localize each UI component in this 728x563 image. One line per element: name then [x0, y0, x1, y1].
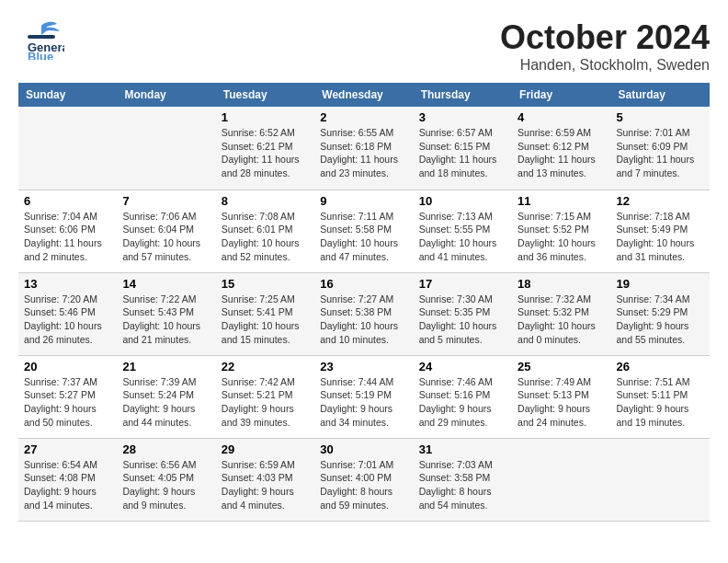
day-number: 16 — [320, 277, 407, 291]
cell-details: Sunrise: 7:01 AMSunset: 6:09 PMDaylight:… — [617, 127, 695, 178]
header-row: Sunday Monday Tuesday Wednesday Thursday… — [18, 83, 710, 107]
week-row-2: 6Sunrise: 7:04 AMSunset: 6:06 PMDaylight… — [18, 190, 710, 272]
col-wednesday: Wednesday — [314, 83, 413, 107]
day-number: 11 — [518, 194, 605, 208]
cell-details: Sunrise: 7:27 AMSunset: 5:38 PMDaylight:… — [320, 293, 398, 345]
cell-2-5: 10Sunrise: 7:13 AMSunset: 5:55 PMDayligh… — [414, 190, 512, 272]
day-number: 17 — [419, 277, 506, 291]
day-number: 12 — [617, 194, 704, 208]
cell-5-1: 27Sunrise: 6:54 AMSunset: 4:08 PMDayligh… — [18, 438, 117, 521]
day-number: 13 — [24, 277, 111, 291]
cell-details: Sunrise: 7:49 AMSunset: 5:13 PMDaylight:… — [518, 376, 591, 428]
cell-details: Sunrise: 7:51 AMSunset: 5:11 PMDaylight:… — [617, 376, 690, 428]
cell-1-4: 2Sunrise: 6:55 AMSunset: 6:18 PMDaylight… — [314, 107, 413, 190]
cell-5-4: 30Sunrise: 7:01 AMSunset: 4:00 PMDayligh… — [314, 438, 413, 521]
col-saturday: Saturday — [611, 83, 710, 107]
cell-3-3: 15Sunrise: 7:25 AMSunset: 5:41 PMDayligh… — [216, 272, 314, 355]
cell-4-2: 21Sunrise: 7:39 AMSunset: 5:24 PMDayligh… — [117, 355, 215, 438]
day-number: 19 — [617, 277, 704, 291]
col-sunday: Sunday — [18, 83, 117, 107]
cell-details: Sunrise: 7:15 AMSunset: 5:52 PMDaylight:… — [518, 211, 596, 262]
cell-details: Sunrise: 7:20 AMSunset: 5:46 PMDaylight:… — [24, 293, 102, 345]
cell-1-3: 1Sunrise: 6:52 AMSunset: 6:21 PMDaylight… — [216, 107, 314, 190]
svg-text:Blue: Blue — [28, 50, 53, 60]
calendar-table: Sunday Monday Tuesday Wednesday Thursday… — [18, 83, 710, 522]
cell-4-6: 25Sunrise: 7:49 AMSunset: 5:13 PMDayligh… — [512, 355, 610, 438]
day-number: 9 — [320, 194, 407, 208]
day-number: 18 — [518, 277, 605, 291]
cell-1-1 — [18, 107, 117, 190]
cell-5-2: 28Sunrise: 6:56 AMSunset: 4:05 PMDayligh… — [117, 438, 215, 521]
cell-1-7: 5Sunrise: 7:01 AMSunset: 6:09 PMDaylight… — [611, 107, 710, 190]
day-number: 3 — [419, 110, 506, 124]
cell-4-5: 24Sunrise: 7:46 AMSunset: 5:16 PMDayligh… — [414, 355, 512, 438]
day-number: 5 — [617, 110, 704, 124]
cell-2-6: 11Sunrise: 7:15 AMSunset: 5:52 PMDayligh… — [512, 190, 610, 272]
week-row-4: 20Sunrise: 7:37 AMSunset: 5:27 PMDayligh… — [18, 355, 710, 438]
cell-details: Sunrise: 6:59 AMSunset: 4:03 PMDaylight:… — [222, 459, 295, 511]
day-number: 31 — [419, 442, 506, 456]
day-number: 25 — [518, 360, 605, 373]
title-area: October 2024 Handen, Stockholm, Sweden — [500, 18, 710, 74]
cell-1-5: 3Sunrise: 6:57 AMSunset: 6:15 PMDaylight… — [414, 107, 512, 190]
cell-1-6: 4Sunrise: 6:59 AMSunset: 6:12 PMDaylight… — [512, 107, 610, 190]
col-friday: Friday — [512, 83, 610, 107]
cell-details: Sunrise: 7:42 AMSunset: 5:21 PMDaylight:… — [222, 376, 295, 428]
col-monday: Monday — [117, 83, 215, 107]
day-number: 21 — [122, 360, 210, 373]
day-number: 28 — [122, 442, 210, 456]
day-number: 29 — [222, 442, 309, 456]
week-row-1: 1Sunrise: 6:52 AMSunset: 6:21 PMDaylight… — [18, 107, 710, 190]
cell-details: Sunrise: 7:11 AMSunset: 5:58 PMDaylight:… — [320, 211, 398, 262]
cell-details: Sunrise: 7:18 AMSunset: 5:49 PMDaylight:… — [617, 211, 695, 262]
cell-details: Sunrise: 7:01 AMSunset: 4:00 PMDaylight:… — [320, 459, 393, 511]
cell-4-4: 23Sunrise: 7:44 AMSunset: 5:19 PMDayligh… — [314, 355, 413, 438]
day-number: 7 — [122, 194, 210, 208]
cell-details: Sunrise: 6:59 AMSunset: 6:12 PMDaylight:… — [518, 127, 596, 178]
cell-3-6: 18Sunrise: 7:32 AMSunset: 5:32 PMDayligh… — [512, 272, 610, 355]
cell-details: Sunrise: 7:39 AMSunset: 5:24 PMDaylight:… — [122, 376, 196, 428]
cell-4-3: 22Sunrise: 7:42 AMSunset: 5:21 PMDayligh… — [216, 355, 314, 438]
svg-rect-0 — [28, 35, 55, 39]
logo: General Blue — [18, 18, 64, 63]
col-thursday: Thursday — [414, 83, 512, 107]
cell-details: Sunrise: 6:54 AMSunset: 4:08 PMDaylight:… — [24, 459, 97, 511]
cell-details: Sunrise: 6:57 AMSunset: 6:15 PMDaylight:… — [419, 127, 497, 178]
cell-3-5: 17Sunrise: 7:30 AMSunset: 5:35 PMDayligh… — [414, 272, 512, 355]
cell-details: Sunrise: 7:34 AMSunset: 5:29 PMDaylight:… — [617, 293, 690, 345]
day-number: 26 — [617, 360, 704, 373]
cell-2-4: 9Sunrise: 7:11 AMSunset: 5:58 PMDaylight… — [314, 190, 413, 272]
cell-details: Sunrise: 7:30 AMSunset: 5:35 PMDaylight:… — [419, 293, 497, 345]
cell-5-5: 31Sunrise: 7:03 AMSunset: 3:58 PMDayligh… — [414, 438, 512, 521]
cell-2-1: 6Sunrise: 7:04 AMSunset: 6:06 PMDaylight… — [18, 190, 117, 272]
day-number: 1 — [222, 110, 309, 124]
cell-1-2 — [117, 107, 215, 190]
day-number: 6 — [24, 194, 111, 208]
cell-details: Sunrise: 6:52 AMSunset: 6:21 PMDaylight:… — [222, 127, 300, 178]
month-title: October 2024 — [500, 18, 710, 57]
day-number: 30 — [320, 442, 407, 456]
cell-3-7: 19Sunrise: 7:34 AMSunset: 5:29 PMDayligh… — [611, 272, 710, 355]
cell-details: Sunrise: 6:56 AMSunset: 4:05 PMDaylight:… — [122, 459, 196, 511]
day-number: 2 — [320, 110, 407, 124]
page-header: General Blue October 2024 Handen, Stockh… — [18, 18, 710, 74]
cell-5-3: 29Sunrise: 6:59 AMSunset: 4:03 PMDayligh… — [216, 438, 314, 521]
cell-details: Sunrise: 7:08 AMSunset: 6:01 PMDaylight:… — [222, 211, 300, 262]
day-number: 24 — [419, 360, 506, 373]
cell-details: Sunrise: 7:13 AMSunset: 5:55 PMDaylight:… — [419, 211, 497, 262]
day-number: 10 — [419, 194, 506, 208]
cell-details: Sunrise: 7:46 AMSunset: 5:16 PMDaylight:… — [419, 376, 493, 428]
cell-details: Sunrise: 7:04 AMSunset: 6:06 PMDaylight:… — [24, 211, 102, 262]
cell-details: Sunrise: 7:06 AMSunset: 6:04 PMDaylight:… — [122, 211, 200, 262]
day-number: 14 — [122, 277, 210, 291]
cell-5-7 — [611, 438, 710, 521]
week-row-3: 13Sunrise: 7:20 AMSunset: 5:46 PMDayligh… — [18, 272, 710, 355]
cell-4-1: 20Sunrise: 7:37 AMSunset: 5:27 PMDayligh… — [18, 355, 117, 438]
cell-3-1: 13Sunrise: 7:20 AMSunset: 5:46 PMDayligh… — [18, 272, 117, 355]
day-number: 4 — [518, 110, 605, 124]
cell-2-7: 12Sunrise: 7:18 AMSunset: 5:49 PMDayligh… — [611, 190, 710, 272]
day-number: 23 — [320, 360, 407, 373]
cell-details: Sunrise: 7:32 AMSunset: 5:32 PMDaylight:… — [518, 293, 596, 345]
cell-2-2: 7Sunrise: 7:06 AMSunset: 6:04 PMDaylight… — [117, 190, 215, 272]
cell-3-4: 16Sunrise: 7:27 AMSunset: 5:38 PMDayligh… — [314, 272, 413, 355]
